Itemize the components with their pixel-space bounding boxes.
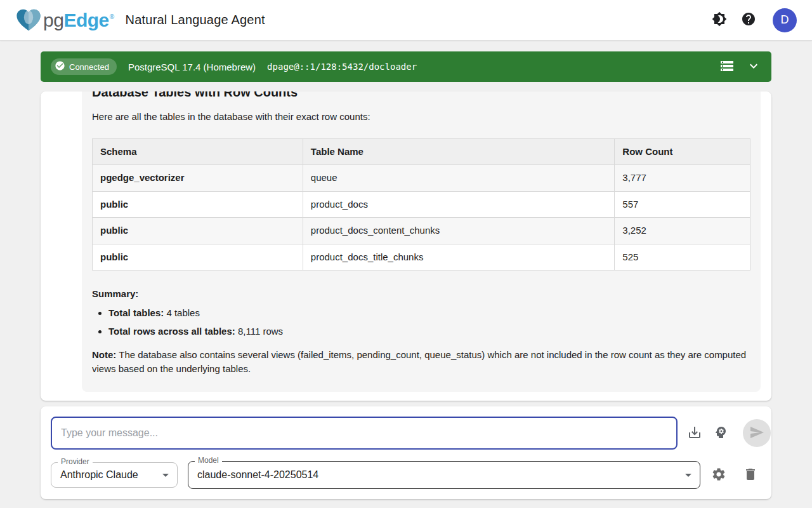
assistant-message: Database Tables with Row Counts Here are… [82, 91, 761, 392]
connection-status-label: Connected [69, 62, 109, 72]
composer-input-actions [687, 419, 771, 447]
chat-history-panel[interactable]: Database Tables with Row Counts Here are… [41, 91, 771, 401]
dropdown-arrow-icon [158, 467, 173, 483]
bullet-value: 8,111 rows [238, 326, 283, 337]
composer-settings-actions [711, 467, 758, 483]
dropdown-arrow-icon [681, 467, 696, 483]
connection-bar-actions [719, 59, 761, 74]
storage-stack-icon [719, 58, 735, 76]
logo-registered-mark: ® [110, 13, 114, 20]
schema-cell: public [93, 244, 303, 271]
schema-cell: pgedge_vectorizer [93, 165, 303, 192]
download-chat-button[interactable] [687, 425, 702, 441]
row-count-cell: 525 [615, 244, 750, 271]
table-name-cell: product_docs [303, 191, 615, 218]
schema-cell: public [93, 191, 303, 218]
provider-select[interactable]: Provider Anthropic Claude [51, 462, 178, 488]
logo-edge-text: Edge [63, 10, 108, 31]
collapse-connection-button[interactable] [746, 59, 761, 74]
model-select-label: Model [195, 457, 222, 464]
row-count-cell: 3,252 [615, 218, 750, 244]
message-input[interactable] [51, 417, 678, 450]
schema-cell: public [93, 218, 303, 244]
connection-bar: Connected PostgreSQL 17.4 (Homebrew) dpa… [41, 51, 771, 82]
logo-pg-text: pg [43, 10, 63, 31]
bullet-value: 4 tables [166, 307, 200, 318]
composer-input-row [51, 417, 761, 450]
provider-select-value: Anthropic Claude [51, 469, 138, 481]
trash-icon [743, 467, 758, 484]
model-select[interactable]: Model claude-sonnet-4-20250514 [188, 461, 700, 489]
clear-chat-button[interactable] [743, 467, 758, 483]
check-circle-icon [55, 60, 65, 73]
table-name-cell: product_docs_title_chunks [303, 244, 615, 271]
message-intro: Here are all the tables in the database … [92, 110, 750, 124]
note-label: Note: [92, 349, 116, 360]
model-select-value: claude-sonnet-4-20250514 [188, 469, 318, 481]
column-header-table-name: Table Name [303, 138, 615, 165]
dark-mode-brightness-icon [712, 11, 727, 29]
help-button[interactable] [741, 13, 756, 28]
header-actions: D [712, 8, 797, 32]
summary-heading: Summary: [92, 287, 750, 302]
note-paragraph: Note: The database also contains several… [92, 348, 750, 377]
note-text: The database also contains several views… [92, 349, 746, 375]
server-version-label: PostgreSQL 17.4 (Homebrew) [128, 62, 256, 72]
question-mark-circle-icon [741, 11, 756, 29]
list-item: Total rows across all tables: 8,111 rows [108, 324, 750, 339]
user-avatar[interactable]: D [773, 8, 797, 32]
page-title: Natural Language Agent [126, 13, 265, 27]
settings-button[interactable] [711, 467, 726, 483]
bullet-label: Total tables: [108, 307, 164, 318]
table-row: public product_docs 557 [93, 191, 750, 218]
chevron-down-icon [746, 58, 761, 76]
table-row: public product_docs_content_chunks 3,252 [93, 218, 750, 244]
pgedge-logo: pgEdge® [15, 8, 114, 33]
app-header: pgEdge® Natural Language Agent D [0, 0, 812, 41]
message-heading: Database Tables with Row Counts [92, 91, 750, 101]
column-header-row-count: Row Count [615, 138, 750, 165]
provider-select-label: Provider [58, 458, 93, 465]
summary-list: Total tables: 4 tables Total rows across… [92, 306, 750, 339]
table-header-row: Schema Table Name Row Count [93, 138, 750, 165]
schema-browser-button[interactable] [719, 59, 735, 74]
table-row: public product_docs_title_chunks 525 [93, 244, 750, 271]
composer-panel: Provider Anthropic Claude Model claude-s… [41, 406, 771, 499]
send-paper-plane-icon [749, 425, 764, 442]
bullet-label: Total rows across all tables: [108, 326, 235, 337]
theme-toggle-button[interactable] [712, 13, 727, 28]
connection-status-badge: Connected [51, 58, 117, 75]
psychology-head-gear-icon [713, 425, 728, 442]
table-name-cell: queue [303, 165, 615, 192]
row-count-cell: 3,777 [615, 165, 750, 192]
table-name-cell: product_docs_content_chunks [303, 218, 615, 244]
download-tray-icon [687, 425, 702, 442]
list-item: Total tables: 4 tables [108, 306, 750, 321]
row-count-cell: 557 [615, 191, 750, 218]
connection-string: dpage@::1/128:5432/docloader [267, 62, 417, 72]
gear-icon [711, 467, 726, 484]
thinking-mode-button[interactable] [713, 425, 728, 441]
row-counts-table: Schema Table Name Row Count pgedge_vecto… [92, 138, 750, 271]
send-button[interactable] [743, 419, 771, 447]
pgedge-wordmark: pgEdge® [43, 10, 114, 31]
column-header-schema: Schema [93, 138, 303, 165]
pgedge-heart-icon [15, 8, 42, 33]
composer-settings-row: Provider Anthropic Claude Model claude-s… [51, 461, 761, 489]
table-row: pgedge_vectorizer queue 3,777 [93, 165, 750, 192]
